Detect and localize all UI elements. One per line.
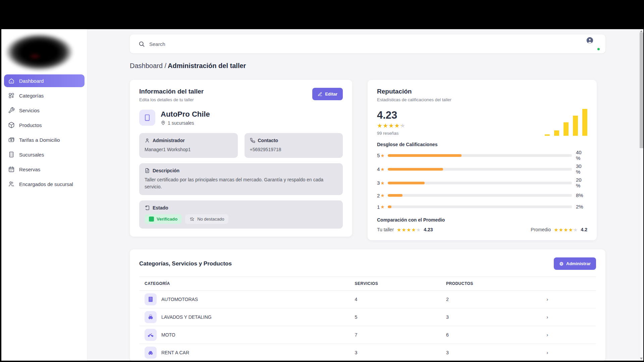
breadcrumb-parent[interactable]: Dashboard / xyxy=(130,62,166,69)
table-row-moto[interactable]: MOTO 7 6 › xyxy=(139,326,596,344)
star-icon: ★ xyxy=(380,204,385,209)
sidebar-item-label: Categorías xyxy=(19,93,44,99)
scroll-down-arrow[interactable] xyxy=(640,358,643,360)
column-header-categoria: CATEGORÍA xyxy=(139,277,350,290)
user-avatar[interactable] xyxy=(587,37,600,51)
breakdown-row: 5★ 40 % xyxy=(377,150,587,161)
breakdown-pct: 30 % xyxy=(576,164,587,175)
breadcrumb: Dashboard /Administración del taller xyxy=(130,62,605,70)
sidebar-item-sucursales[interactable]: Sucursales xyxy=(4,148,85,161)
motorcycle-icon xyxy=(145,329,157,341)
chevron-right-icon[interactable]: › xyxy=(541,329,596,340)
branch-count: 1 sucursales xyxy=(168,120,194,126)
admin-box: Administrador Manager1 Workshop1 xyxy=(139,133,238,158)
wrench-icon xyxy=(8,107,15,114)
breakdown-pct: 2% xyxy=(576,204,587,210)
contact-box: Contacto +56929519718 xyxy=(245,133,343,158)
scroll-up-arrow[interactable] xyxy=(640,30,643,32)
description-box: Descripción Taller certificado por las p… xyxy=(139,163,343,195)
workshop-name: AutoPro Chile xyxy=(161,110,210,119)
services-count: 3 xyxy=(350,347,441,358)
your-workshop-rating: Tu taller ★★★★★ 4.23 xyxy=(377,227,433,232)
sidebar-item-reservas[interactable]: Reservas xyxy=(4,163,85,176)
sidebar-item-label: Tarifas a Domicilio xyxy=(19,137,60,143)
sidebar: Dashboard Categorías Servicios Productos… xyxy=(1,29,88,361)
avatar-image xyxy=(587,37,593,44)
car-icon xyxy=(145,347,157,359)
products-count: 6 xyxy=(441,329,541,340)
verified-badge: Verificado xyxy=(145,214,182,224)
sidebar-item-label: Productos xyxy=(19,122,42,128)
vertical-scrollbar[interactable] xyxy=(639,29,643,361)
scrollbar-thumb[interactable] xyxy=(640,33,643,148)
your-rating-stars: ★★★★★ xyxy=(397,227,421,232)
building-icon xyxy=(8,151,15,158)
user-icon xyxy=(145,138,150,143)
comparison-title: Comparación con el Promedio xyxy=(377,217,587,223)
breakdown-title: Desglose de Calificaciones xyxy=(377,142,587,147)
contact-value: +56929519718 xyxy=(250,146,338,153)
column-header-productos: PRODUCTOS xyxy=(441,277,541,290)
star-icon: ★ xyxy=(380,153,385,158)
not-featured-badge: No destacado xyxy=(185,214,228,224)
workshop-building-icon xyxy=(139,110,155,126)
table-row-lavados[interactable]: LAVADOS Y DETALING 5 3 › xyxy=(139,308,596,326)
building-icon xyxy=(145,293,157,305)
column-header-servicios: SERVICIOS xyxy=(350,277,441,290)
sidebar-item-servicios[interactable]: Servicios xyxy=(4,104,85,117)
review-count: 99 reseñas xyxy=(377,131,406,136)
chevron-right-icon[interactable]: › xyxy=(541,347,596,358)
rating-mini-bar-chart xyxy=(545,108,587,136)
manage-button[interactable]: ⚙ Administrar xyxy=(554,257,596,270)
status-box: Estado Verificado No destacado xyxy=(139,200,343,229)
star-icon: ★ xyxy=(380,180,385,186)
breakdown-pct: 8% xyxy=(576,193,587,198)
search-input[interactable]: Search xyxy=(149,41,587,47)
star-icon: ★ xyxy=(380,167,385,172)
services-count: 7 xyxy=(350,329,441,340)
table-header-row: CATEGORÍA SERVICIOS PRODUCTOS xyxy=(139,277,596,291)
app-window: Dashboard Categorías Servicios Productos… xyxy=(1,29,643,361)
sidebar-item-label: Reservas xyxy=(19,167,40,172)
breakdown-row: 2★ 8% xyxy=(377,191,587,200)
sidebar-item-categorias[interactable]: Categorías xyxy=(4,89,85,102)
edit-button[interactable]: Editar xyxy=(312,88,343,100)
workshop-card-title: Información del taller xyxy=(139,88,204,95)
products-count: 3 xyxy=(441,312,541,322)
top-search-bar: Search xyxy=(130,35,605,53)
sidebar-item-label: Encargados de sucursal xyxy=(19,181,73,187)
sidebar-item-productos[interactable]: Productos xyxy=(4,119,85,131)
mini-bar xyxy=(554,130,559,136)
chevron-right-icon[interactable]: › xyxy=(541,312,596,322)
sidebar-item-encargados[interactable]: Encargados de sucursal xyxy=(4,178,85,190)
star-off-icon xyxy=(190,217,195,222)
car-wash-icon xyxy=(145,311,157,323)
search-icon xyxy=(139,41,145,47)
rating-value: 4.23 xyxy=(377,109,406,121)
table-row-rentacar[interactable]: RENT A CAR 3 3 › xyxy=(139,344,596,361)
workshop-card-subtitle: Edita los detalles de tu taller xyxy=(139,97,204,102)
sidebar-item-tarifas[interactable]: Tarifas a Domicilio xyxy=(4,133,85,146)
breakdown-pct: 40 % xyxy=(576,150,587,161)
grid-icon xyxy=(8,92,15,99)
users-icon xyxy=(8,181,15,187)
catalog-table: CATEGORÍA SERVICIOS PRODUCTOS AUTOMOTORA… xyxy=(139,277,596,361)
breakdown-row: 3★ 20 % xyxy=(377,177,587,188)
banknotes-icon xyxy=(8,136,15,143)
table-row-automotoras[interactable]: AUTOMOTORAS 4 2 › xyxy=(139,291,596,308)
mini-bar xyxy=(545,134,550,136)
gear-icon: ⚙ xyxy=(559,261,564,266)
description-text: Taller certificado por las principales m… xyxy=(145,176,326,190)
verified-square-icon xyxy=(149,217,154,222)
chevron-right-icon[interactable]: › xyxy=(541,294,596,305)
document-icon xyxy=(145,168,150,173)
rating-breakdown: 5★ 40 % 4★ 30 % 3★ 20 % xyxy=(377,150,587,211)
admin-value: Manager1 Workshop1 xyxy=(145,146,232,153)
products-count: 2 xyxy=(441,294,541,305)
breakdown-pct: 20 % xyxy=(576,177,587,188)
pencil-icon xyxy=(318,92,322,97)
map-pin-icon xyxy=(161,120,166,125)
reputation-card-subtitle: Estadísticas de calificaciones del talle… xyxy=(377,97,451,102)
sidebar-item-label: Sucursales xyxy=(19,152,44,158)
sidebar-item-label: Servicios xyxy=(19,108,40,113)
